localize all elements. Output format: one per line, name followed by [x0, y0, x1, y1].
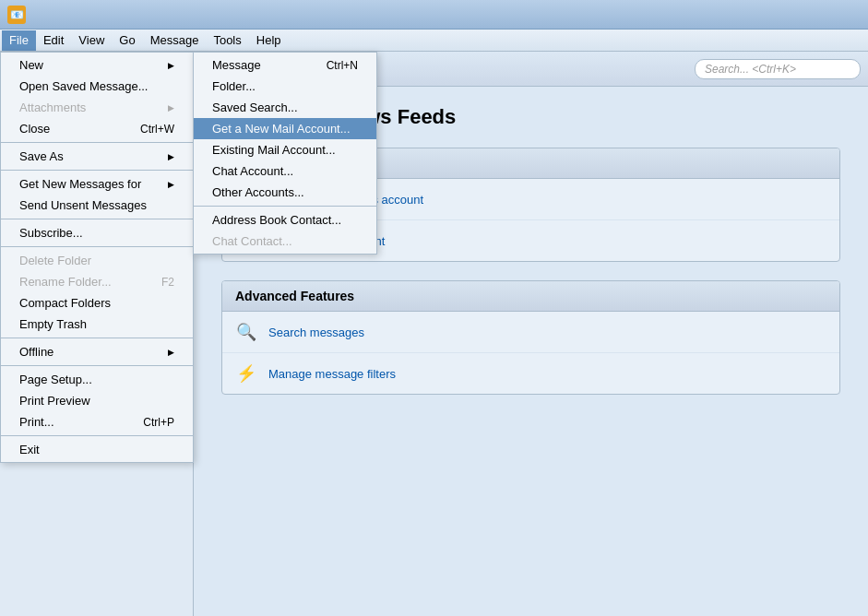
menu-bar: File Edit View Go Message Tools Help: [0, 30, 868, 52]
menu-new-item[interactable]: New: [1, 54, 193, 76]
compact-folders-label: Compact Folders: [19, 296, 111, 310]
menu-edit[interactable]: Edit: [36, 30, 71, 51]
new-message-item[interactable]: Message Ctrl+N: [194, 54, 376, 76]
new-sep1: [194, 206, 376, 207]
menu-go[interactable]: Go: [112, 30, 142, 51]
chat-account-item[interactable]: Chat Account...: [194, 160, 376, 182]
app-icon: 📧: [7, 6, 26, 24]
chat-account-label: Chat Account...: [212, 164, 293, 178]
save-as-label: Save As: [19, 149, 64, 163]
open-saved-label: Open Saved Message...: [19, 79, 148, 93]
exit-label: Exit: [19, 443, 40, 456]
new-saved-search-item[interactable]: Saved Search...: [194, 97, 376, 118]
close-shortcut: Ctrl+W: [140, 123, 174, 136]
sep6: [1, 365, 193, 366]
manage-filters-item[interactable]: ⚡ Manage message filters: [222, 353, 839, 394]
menu-print-item[interactable]: Print... Ctrl+P: [1, 411, 193, 432]
search-messages-item[interactable]: 🔍 Search messages: [222, 312, 839, 353]
advanced-features-section: Advanced Features 🔍 Search messages ⚡ Ma…: [221, 280, 840, 395]
sep2: [1, 170, 193, 171]
rename-folder-label: Rename Folder...: [19, 275, 112, 289]
sep5: [1, 338, 193, 338]
address-book-contact-item[interactable]: Address Book Contact...: [194, 209, 376, 231]
menu-print-preview-item[interactable]: Print Preview: [1, 390, 193, 411]
new-submenu: Message Ctrl+N Folder... Saved Search...…: [193, 52, 377, 255]
menu-view[interactable]: View: [71, 30, 112, 51]
delete-folder-label: Delete Folder: [19, 254, 91, 267]
menu-tools[interactable]: Tools: [206, 30, 248, 51]
new-label: New: [19, 58, 43, 72]
menu-empty-trash-item[interactable]: Empty Trash: [1, 314, 193, 335]
new-message-label: Message: [212, 58, 261, 72]
offline-label: Offline: [19, 345, 54, 359]
search-messages-label: Search messages: [268, 326, 364, 339]
existing-mail-account-item[interactable]: Existing Mail Account...: [194, 139, 376, 160]
menu-attachments-item: Attachments: [1, 97, 193, 118]
menu-get-new-item[interactable]: Get New Messages for: [1, 173, 193, 195]
other-accounts-label: Other Accounts...: [212, 185, 304, 199]
advanced-features-header: Advanced Features: [222, 281, 839, 312]
menu-save-as-item[interactable]: Save As: [1, 146, 193, 167]
menu-offline-item[interactable]: Offline: [1, 341, 193, 362]
file-menu-dropdown: New Open Saved Message... Attachments Cl…: [0, 52, 194, 463]
sep4: [1, 246, 193, 247]
page-setup-label: Page Setup...: [19, 373, 92, 386]
menu-file[interactable]: File: [2, 30, 36, 51]
sep1: [1, 142, 193, 143]
menu-compact-folders-item[interactable]: Compact Folders: [1, 292, 193, 314]
print-shortcut: Ctrl+P: [143, 416, 174, 429]
empty-trash-label: Empty Trash: [19, 317, 87, 331]
new-saved-search-label: Saved Search...: [212, 101, 298, 114]
search-box[interactable]: Search... <Ctrl+K>: [695, 59, 861, 79]
menu-send-unsent-item[interactable]: Send Unsent Messages: [1, 195, 193, 216]
menu-help[interactable]: Help: [249, 30, 289, 51]
close-label: Close: [19, 122, 50, 136]
search-placeholder: Search... <Ctrl+K>: [705, 63, 796, 76]
chat-contact-label: Chat Contact...: [212, 234, 292, 248]
chat-contact-item: Chat Contact...: [194, 231, 376, 252]
print-preview-label: Print Preview: [19, 394, 90, 408]
search-icon: 🔍: [235, 321, 257, 343]
menu-delete-folder-item: Delete Folder: [1, 250, 193, 271]
title-bar: 📧: [0, 0, 868, 30]
menu-rename-folder-item: Rename Folder... F2: [1, 271, 193, 292]
filter-icon: ⚡: [235, 362, 257, 385]
menu-message[interactable]: Message: [143, 30, 207, 51]
menu-subscribe-item[interactable]: Subscribe...: [1, 222, 193, 243]
rename-folder-shortcut: F2: [161, 276, 174, 289]
sep7: [1, 435, 193, 436]
manage-filters-label: Manage message filters: [268, 367, 396, 381]
get-new-mail-account-label: Get a New Mail Account...: [212, 122, 351, 136]
address-book-contact-label: Address Book Contact...: [212, 213, 341, 227]
get-new-mail-account-item[interactable]: Get a New Mail Account...: [194, 118, 376, 139]
subscribe-label: Subscribe...: [19, 226, 83, 240]
send-unsent-label: Send Unsent Messages: [19, 198, 147, 212]
menu-page-setup-item[interactable]: Page Setup...: [1, 369, 193, 390]
new-message-shortcut: Ctrl+N: [327, 59, 358, 72]
get-new-label: Get New Messages for: [19, 177, 141, 191]
print-label: Print...: [19, 415, 54, 429]
menu-exit-item[interactable]: Exit: [1, 439, 193, 460]
new-folder-label: Folder...: [212, 79, 256, 93]
attachments-label: Attachments: [19, 101, 86, 114]
new-folder-item[interactable]: Folder...: [194, 76, 376, 97]
menu-close-item[interactable]: Close Ctrl+W: [1, 118, 193, 139]
existing-mail-account-label: Existing Mail Account...: [212, 143, 336, 157]
menu-open-saved-item[interactable]: Open Saved Message...: [1, 76, 193, 97]
other-accounts-item[interactable]: Other Accounts...: [194, 182, 376, 203]
sep3: [1, 219, 193, 219]
